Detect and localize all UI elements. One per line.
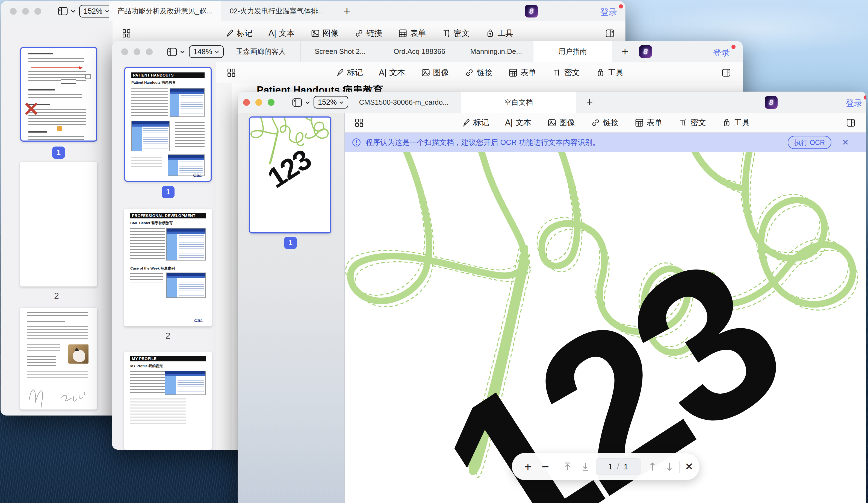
last-page-button[interactable]: [578, 462, 593, 472]
user-avatar[interactable]: 8: [765, 96, 778, 109]
window-controls[interactable]: [10, 8, 41, 15]
text-tool[interactable]: A|文本: [268, 28, 295, 39]
zoom-level-value: 152%: [318, 98, 337, 107]
front-page-thumbnail-1[interactable]: 123: [249, 117, 331, 233]
redact-tool[interactable]: 密文: [678, 117, 706, 128]
page-grid-view-button[interactable]: [227, 62, 236, 83]
close-window-icon[interactable]: [10, 8, 17, 15]
popup-annotation: [61, 79, 76, 84]
zoom-level-dropdown[interactable]: 152%: [313, 96, 348, 109]
thumb-doc-subtitle: Patient Handouts 病患教育: [131, 80, 205, 85]
text-tool[interactable]: A|文本: [379, 67, 405, 78]
close-window-icon[interactable]: [121, 48, 128, 55]
tools-tool[interactable]: 工具: [485, 28, 513, 39]
link-tool[interactable]: 链接: [465, 67, 493, 78]
login-notification-dot: [864, 95, 866, 100]
markup-tool[interactable]: 标记: [225, 28, 252, 39]
back-page-thumbnail-2[interactable]: [20, 162, 97, 286]
total-pages: 1: [623, 462, 628, 471]
form-tool[interactable]: 表单: [508, 67, 536, 78]
new-tab-button[interactable]: +: [344, 1, 350, 21]
csl-logo: CSL: [194, 318, 203, 323]
front-thumbnail-panel: 123 1: [238, 113, 345, 503]
note-annotation-icon[interactable]: [85, 74, 91, 79]
close-ocr-bar-icon[interactable]: ✕: [842, 138, 849, 147]
tab-document-1[interactable]: 玉森画廊的客人: [221, 41, 300, 62]
new-tab-button[interactable]: +: [586, 92, 593, 113]
signature-annotation: [25, 383, 91, 408]
mini-screenshot: [166, 228, 206, 261]
login-button[interactable]: 登录: [600, 7, 617, 18]
zoom-level-value: 148%: [193, 48, 212, 56]
image-tool[interactable]: 图像: [311, 28, 338, 39]
sidebar-toggle-icon[interactable]: [167, 47, 185, 57]
tab-document-1[interactable]: 产品功能分析及改进意见_赵...: [109, 1, 221, 21]
redact-tool[interactable]: 密文: [552, 67, 580, 78]
image-tool[interactable]: 图像: [421, 67, 449, 78]
link-tool[interactable]: 链接: [591, 117, 619, 128]
tab-document-3[interactable]: Ord.Acq 188366: [380, 41, 459, 62]
page-grid-view-button[interactable]: [354, 113, 364, 132]
minimize-window-icon[interactable]: [134, 48, 141, 55]
close-window-icon[interactable]: [243, 99, 250, 106]
middle-toolbar: 标记 A|文本 图像 链接 表单 密文 工具: [216, 62, 743, 83]
sidebar-toggle-icon[interactable]: [58, 6, 76, 17]
tools-tool[interactable]: 工具: [722, 117, 750, 128]
close-pager-button[interactable]: ✕: [681, 461, 697, 473]
back-page-1-badge: 1: [52, 147, 65, 159]
next-page-button[interactable]: [662, 462, 677, 471]
zoom-level-dropdown[interactable]: 148%: [189, 46, 224, 58]
markup-tool[interactable]: 标记: [335, 67, 363, 78]
new-tab-button[interactable]: +: [622, 41, 629, 62]
sidebar-toggle-icon[interactable]: [292, 97, 310, 108]
markup-tool[interactable]: 标记: [461, 117, 489, 128]
user-avatar[interactable]: 8: [525, 4, 538, 18]
tab-document-4[interactable]: Manning.in.De...: [459, 41, 533, 62]
tab-document-1[interactable]: CMS1500-30066-m_cardo...: [347, 92, 461, 113]
login-button[interactable]: 登录: [846, 98, 862, 109]
form-tool[interactable]: 表单: [634, 117, 662, 128]
fullscreen-window-icon[interactable]: [268, 99, 275, 106]
chevron-down-icon: [339, 101, 344, 104]
minimize-window-icon[interactable]: [22, 8, 29, 15]
tab-document-2[interactable]: 02-火力发电行业温室气体排...: [221, 1, 333, 21]
back-page-thumbnail-3[interactable]: [20, 308, 97, 410]
image-tool[interactable]: 图像: [547, 117, 575, 128]
previous-page-button[interactable]: [645, 462, 660, 471]
fullscreen-window-icon[interactable]: [34, 8, 41, 15]
middle-page-1-badge: 1: [162, 186, 175, 198]
window-front: 152% CMS1500-30066-m_cardo... 空白文档 + 8 登…: [238, 92, 866, 503]
chevron-down-icon: [214, 50, 219, 53]
fullscreen-window-icon[interactable]: [146, 48, 153, 55]
thumb-doc-subtitle: MY Profile 我的設定: [130, 364, 206, 369]
link-tool[interactable]: 链接: [354, 28, 382, 39]
first-page-button[interactable]: [560, 462, 575, 472]
window-controls[interactable]: [121, 48, 153, 55]
form-tool[interactable]: 表单: [398, 28, 426, 39]
middle-page-thumbnail-3[interactable]: MY PROFILE MY Profile 我的設定: [124, 352, 212, 450]
right-panel-toggle-icon[interactable]: [846, 113, 856, 132]
login-button[interactable]: 登录: [713, 47, 730, 59]
minimize-window-icon[interactable]: [255, 99, 262, 106]
tools-tool[interactable]: 工具: [596, 67, 623, 78]
login-notification-dot: [732, 45, 735, 49]
redact-tool[interactable]: 密文: [442, 28, 469, 39]
desktop: 152% 产品功能分析及改进意见_赵... 02-火力发电行业温室气体排... …: [0, 0, 868, 503]
zoom-in-button[interactable]: +: [520, 459, 536, 474]
front-toolbar: 标记 A|文本 图像 链接 表单 密文 工具: [345, 113, 866, 133]
front-document-canvas: 123 程序认为这是一个扫描文档，建议您开启 OCR 功能进行文本内容识别。 执…: [345, 133, 866, 503]
right-panel-toggle-icon[interactable]: [722, 62, 731, 83]
tab-user-guide[interactable]: 用户指南: [533, 41, 612, 62]
text-tool[interactable]: A|文本: [505, 117, 531, 128]
zoom-out-button[interactable]: −: [537, 459, 554, 474]
page-indicator[interactable]: 1 / 1: [596, 459, 640, 475]
tab-blank-document[interactable]: 空白文档: [461, 92, 576, 113]
middle-page-thumbnail-2[interactable]: PROFESSIONAL DEVELOPMENT CME Center 醫學持續…: [124, 209, 212, 326]
middle-page-thumbnail-1[interactable]: PATIENT HANDOUTS Patient Handouts 病患教育 C…: [124, 67, 212, 182]
window-controls[interactable]: [243, 99, 275, 106]
tab-document-2[interactable]: Screen Shot 2...: [300, 41, 380, 62]
comment-annotation-icon[interactable]: [57, 126, 62, 131]
run-ocr-button[interactable]: 执行 OCR: [788, 136, 832, 149]
back-page-thumbnail-1[interactable]: [20, 47, 97, 142]
user-avatar[interactable]: 8: [639, 45, 652, 58]
